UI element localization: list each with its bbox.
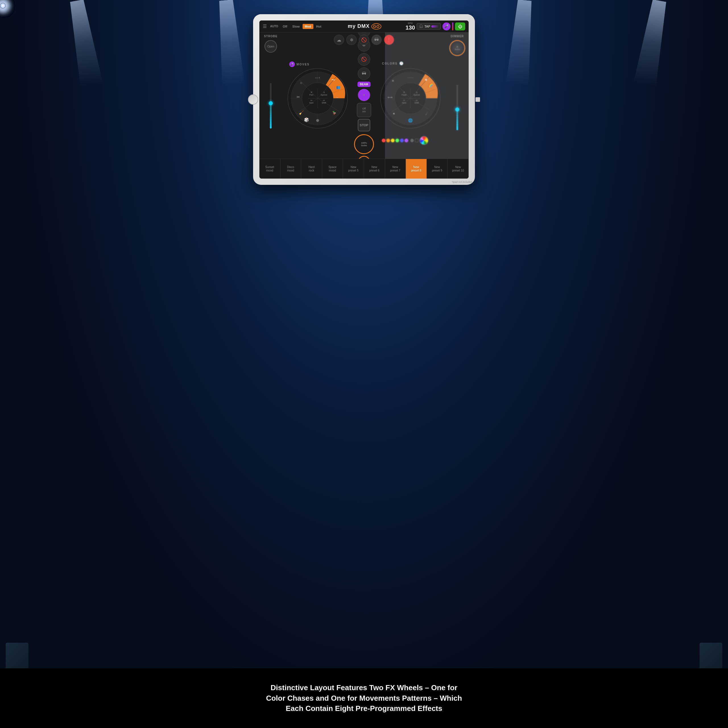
toolbar: ☰ AUTO Off Slow Med Hot my DMX GO: [259, 20, 307, 32]
presets-bar: Sunsetmood Discomood Hardrock Spacemood …: [259, 159, 307, 179]
svg-text:✂: ✂: [297, 95, 300, 99]
preset-hard-rock[interactable]: Hardrock: [301, 159, 307, 179]
mode-slow-btn[interactable]: Slow: [290, 24, 302, 29]
moves-mic-icon: 🎤: [289, 61, 295, 67]
mode-med-btn[interactable]: Med: [303, 24, 307, 29]
light-beam-1: [66, 0, 103, 87]
strobe-slider-thumb[interactable]: [269, 101, 273, 105]
menu-icon[interactable]: ☰: [263, 24, 267, 29]
strobe-open-label: Open: [267, 45, 274, 48]
strobe-slider[interactable]: [270, 83, 272, 128]
strobe-open-btn[interactable]: Open: [265, 40, 277, 53]
strobe-label: STROBE: [264, 35, 278, 38]
mode-group: Off Slow Med Hot: [280, 24, 307, 29]
mode-off-btn[interactable]: Off: [280, 24, 289, 29]
moves-wheel-container: 🎤 MOVES: [286, 67, 307, 131]
moves-label: MOVES: [297, 63, 307, 66]
app-content: ☰ AUTO Off Slow Med Hot my DMX GO: [259, 20, 307, 179]
svg-text:🧹: 🧹: [298, 110, 304, 115]
strobe-slider-container: [270, 55, 272, 156]
wheels-area: ☁ ❄ 🚫 🕶 ❗ 🎤 MOVES: [282, 32, 307, 159]
svg-text:○: ○: [300, 81, 302, 85]
strobe-slider-fill: [270, 101, 272, 128]
preset-disco-mood[interactable]: Discomood: [280, 159, 301, 179]
ipad-device: ☰ AUTO Off Slow Med Hot my DMX GO: [253, 14, 307, 185]
moves-wheel-svg[interactable]: ⋯↑ 👥 〜 〜 🦆 ⊕: [286, 67, 307, 130]
strobe-panel: STROBE Open: [259, 32, 282, 159]
ipad-screen: ☰ AUTO Off Slow Med Hot my DMX GO: [259, 20, 307, 179]
main-area: STROBE Open: [259, 32, 307, 159]
svg-text:🎲: 🎲: [304, 118, 307, 122]
moves-section-label: 🎤 MOVES: [289, 61, 307, 67]
light-beam-2: [215, 0, 245, 86]
auto-label: AUTO: [270, 25, 278, 28]
light-source-5: [0, 3, 6, 9]
ipad-frame: ☰ AUTO Off Slow Med Hot my DMX GO: [253, 14, 307, 185]
ipad-home-button[interactable]: [248, 95, 258, 105]
preset-sunset-mood[interactable]: Sunsetmood: [259, 159, 280, 179]
